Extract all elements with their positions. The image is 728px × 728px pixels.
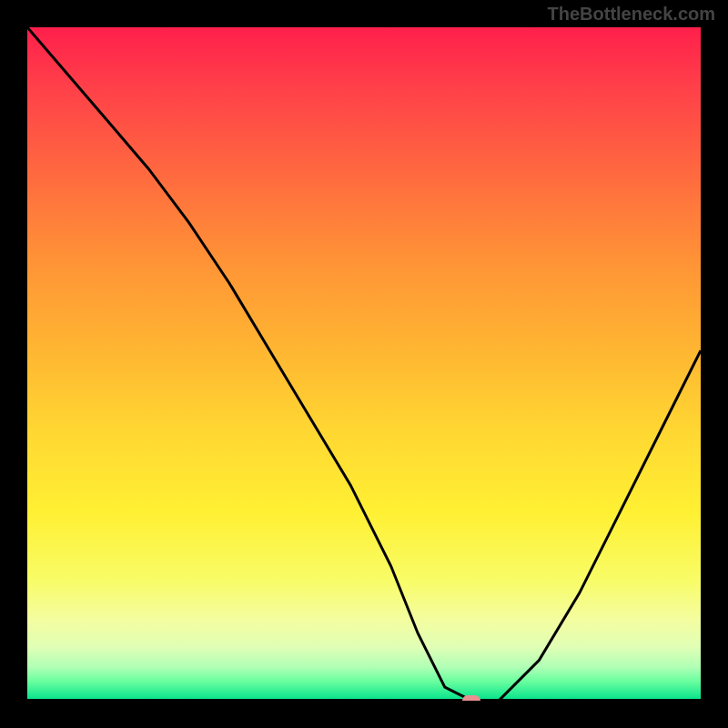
- chart-plot-area: [27, 27, 701, 701]
- chart-marker: [462, 695, 480, 701]
- chart-line-path: [27, 27, 701, 701]
- watermark-text: TheBottleneck.com: [548, 4, 715, 25]
- chart-curve-svg: [27, 27, 701, 701]
- chart-baseline: [27, 699, 701, 701]
